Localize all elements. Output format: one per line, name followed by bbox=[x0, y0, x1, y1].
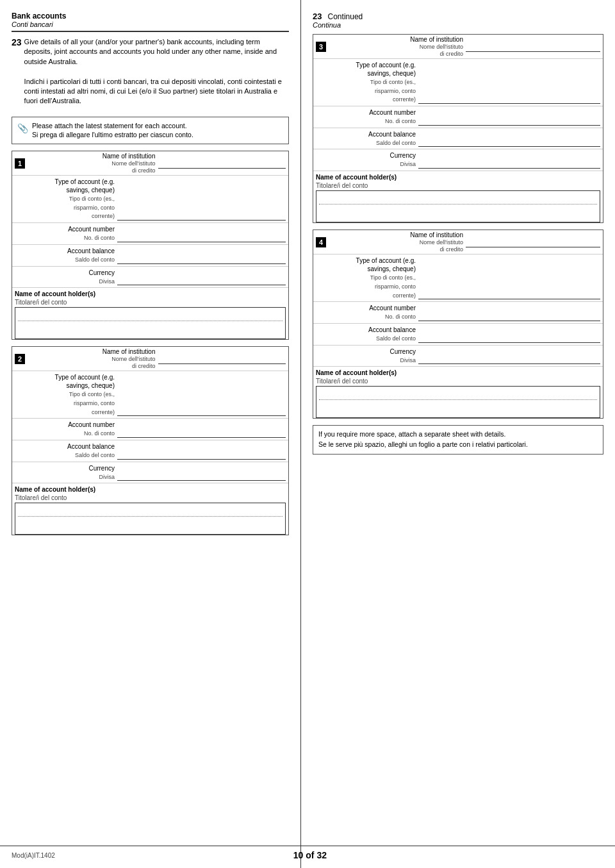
account-1-number-label: Account numberNo. di conto bbox=[15, 225, 117, 242]
account-3-currency-row: CurrencyDivisa bbox=[313, 149, 603, 171]
continued-question-number: 23 bbox=[313, 12, 322, 21]
more-space-en: If you require more space, attach a sepa… bbox=[318, 430, 505, 438]
account-4-name-label: Name of institutionNome dell'istitutodi … bbox=[329, 231, 466, 253]
account-3-type-row: Type of account (e.g.savings, cheque)Tip… bbox=[313, 59, 603, 106]
account-2-balance-input[interactable] bbox=[117, 449, 286, 460]
account-3-name-label: Name of institutionNome dell'istitutodi … bbox=[329, 36, 466, 57]
account-3-balance-input[interactable] bbox=[418, 137, 600, 147]
account-1-header: 1 Name of institutionNome dell'istitutod… bbox=[12, 151, 288, 176]
account-2-balance-label: Account balanceSaldo del conto bbox=[15, 442, 117, 460]
account-3-holder-label-en: Name of account holder(s) bbox=[316, 174, 600, 181]
account-3-holder-label-it: Titolare/i del conto bbox=[316, 182, 600, 189]
account-2-type-row: Type of account (e.g.savings, cheque)Tip… bbox=[12, 371, 288, 419]
account-3-badge: 3 bbox=[316, 42, 326, 52]
account-2-name-label: Name of institutionNome dell'istitutodi … bbox=[28, 348, 158, 369]
section-header: Bank accounts Conti bancari bbox=[12, 12, 289, 32]
account-4-holder-label-en: Name of account holder(s) bbox=[316, 369, 600, 376]
paperclip-icon: 📎 bbox=[17, 122, 28, 135]
account-1-currency-label: CurrencyDivisa bbox=[15, 269, 117, 286]
account-2-currency-input[interactable] bbox=[117, 471, 286, 481]
account-1-type-label: Type of account (e.g.savings, cheque)Tip… bbox=[15, 178, 117, 221]
note-box: 📎 Please attach the latest statement for… bbox=[12, 117, 289, 144]
account-4-number-row: Account numberNo. di conto bbox=[313, 302, 603, 324]
account-4-holder-area[interactable] bbox=[316, 386, 600, 418]
account-2-number-input[interactable] bbox=[117, 428, 286, 438]
account-1-currency-input[interactable] bbox=[117, 275, 286, 285]
account-4-balance-input[interactable] bbox=[418, 333, 600, 343]
account-3-balance-label: Account balanceSaldo del conto bbox=[316, 130, 418, 147]
account-2-holder-area[interactable] bbox=[15, 503, 286, 535]
account-1-holder-section: Name of account holder(s) Titolare/i del… bbox=[12, 288, 288, 339]
account-3-number-label: Account numberNo. di conto bbox=[316, 108, 418, 126]
account-3-holder-section: Name of account holder(s) Titolare/i del… bbox=[313, 171, 603, 222]
question-text-en: Give details of all your (and/or your pa… bbox=[24, 38, 277, 65]
account-1-currency-row: CurrencyDivisa bbox=[12, 267, 288, 288]
account-4-header: 4 Name of institutionNome dell'istitutod… bbox=[313, 230, 603, 255]
account-2-type-input[interactable] bbox=[117, 406, 286, 416]
account-3-currency-label: CurrencyDivisa bbox=[316, 151, 418, 169]
footer: Mod(iA)IT.1402 10 of 32 bbox=[0, 846, 615, 860]
account-2-currency-label: CurrencyDivisa bbox=[15, 464, 117, 481]
continued-header: 23 Continued Continua bbox=[313, 12, 603, 29]
account-block-4: 4 Name of institutionNome dell'istitutod… bbox=[313, 230, 603, 419]
account-4-name-input[interactable] bbox=[466, 237, 600, 247]
note-text: Please attach the latest statement for e… bbox=[32, 121, 193, 140]
account-1-number-row: Account numberNo. di conto bbox=[12, 223, 288, 245]
account-4-holder-label-it: Titolare/i del conto bbox=[316, 378, 600, 385]
account-2-number-row: Account numberNo. di conto bbox=[12, 419, 288, 440]
continued-it-label: Continua bbox=[313, 21, 341, 29]
account-3-currency-input[interactable] bbox=[418, 158, 600, 169]
account-2-number-label: Account numberNo. di conto bbox=[15, 421, 117, 438]
account-3-holder-area[interactable] bbox=[316, 190, 600, 222]
account-4-type-row: Type of account (e.g.savings, cheque)Tip… bbox=[313, 255, 603, 302]
account-4-currency-input[interactable] bbox=[418, 354, 600, 364]
footer-page: 10 of 32 bbox=[293, 850, 327, 860]
account-4-balance-row: Account balanceSaldo del conto bbox=[313, 324, 603, 346]
account-block-3: 3 Name of institutionNome dell'istitutod… bbox=[313, 34, 603, 223]
continued-en-label: Continued bbox=[328, 12, 363, 21]
account-2-name-input[interactable] bbox=[158, 354, 286, 364]
account-4-badge: 4 bbox=[316, 237, 326, 247]
account-1-dotted-line bbox=[18, 321, 283, 321]
account-4-holder-section: Name of account holder(s) Titolare/i del… bbox=[313, 367, 603, 418]
account-2-dotted-line bbox=[18, 516, 283, 517]
account-4-balance-label: Account balanceSaldo del conto bbox=[316, 326, 418, 343]
account-1-type-row: Type of account (e.g.savings, cheque)Tip… bbox=[12, 176, 288, 223]
account-3-number-input[interactable] bbox=[418, 115, 600, 126]
more-space-it: Se le serve più spazio, alleghi un fogli… bbox=[318, 440, 528, 448]
account-3-header: 3 Name of institutionNome dell'istitutod… bbox=[313, 35, 603, 59]
account-2-holder-section: Name of account holder(s) Titolare/i del… bbox=[12, 483, 288, 535]
more-space-note: If you require more space, attach a sepa… bbox=[313, 425, 603, 455]
section-title-it: Conti bancari bbox=[12, 21, 289, 28]
note-en: Please attach the latest statement for e… bbox=[32, 122, 187, 129]
account-1-name-input[interactable] bbox=[158, 158, 286, 169]
note-it: Si prega di allegare l'ultimo estratto p… bbox=[32, 131, 193, 138]
account-2-holder-label-it: Titolare/i del conto bbox=[15, 494, 286, 501]
account-4-currency-label: CurrencyDivisa bbox=[316, 347, 418, 365]
account-1-name-label: Name of institutionNome dell'istitutodi … bbox=[28, 153, 158, 174]
account-4-type-input[interactable] bbox=[418, 289, 600, 299]
account-4-number-label: Account numberNo. di conto bbox=[316, 304, 418, 321]
account-4-dotted-line bbox=[319, 399, 597, 400]
account-1-number-input[interactable] bbox=[117, 232, 286, 242]
account-1-balance-row: Account balanceSaldo del conto bbox=[12, 245, 288, 267]
question-row: 23 Give details of all your (and/or your… bbox=[12, 37, 289, 112]
account-3-balance-row: Account balanceSaldo del conto bbox=[313, 128, 603, 150]
account-3-number-row: Account numberNo. di conto bbox=[313, 106, 603, 128]
account-3-name-input[interactable] bbox=[466, 42, 600, 52]
account-1-badge: 1 bbox=[15, 158, 25, 169]
account-3-type-input[interactable] bbox=[418, 94, 600, 104]
account-4-type-label: Type of account (e.g.savings, cheque)Tip… bbox=[316, 256, 418, 299]
question-text-it: Indichi i particolari di tutti i conti b… bbox=[24, 78, 282, 105]
account-1-type-input[interactable] bbox=[117, 210, 286, 221]
account-1-balance-input[interactable] bbox=[117, 254, 286, 264]
account-4-number-input[interactable] bbox=[418, 311, 600, 321]
account-1-balance-label: Account balanceSaldo del conto bbox=[15, 247, 117, 264]
account-2-currency-row: CurrencyDivisa bbox=[12, 462, 288, 484]
question-number: 23 bbox=[12, 37, 22, 47]
question-text: Give details of all your (and/or your pa… bbox=[24, 37, 289, 106]
account-1-holder-area[interactable] bbox=[15, 307, 286, 339]
account-1-holder-label-it: Titolare/i del conto bbox=[15, 299, 286, 306]
account-2-badge: 2 bbox=[15, 354, 25, 364]
account-3-type-label: Type of account (e.g.savings, cheque)Tip… bbox=[316, 61, 418, 104]
